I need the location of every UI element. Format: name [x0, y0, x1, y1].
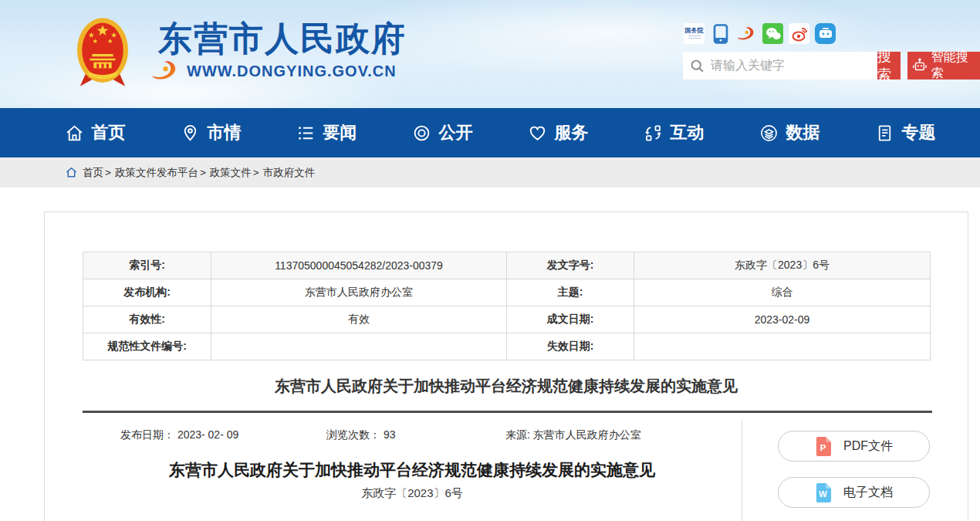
site-url: WWW.DONGYING.GOV.CN	[187, 63, 397, 80]
meta-label: 规范性文件编号:	[83, 333, 211, 360]
title-divider	[83, 411, 932, 413]
document-number: 东政字〔2023〕6号	[83, 486, 742, 501]
breadcrumb-item-home[interactable]: 首页	[83, 166, 103, 180]
publish-date: 发布日期： 2023- 02- 09	[120, 428, 238, 442]
document-title: 东营市人民政府关于加快推动平台经济规范健康持续发展的实施意见	[83, 459, 742, 481]
main-nav: 首页 市情 要闻	[0, 108, 980, 157]
state-council-app-icon[interactable]: 国务院	[684, 23, 705, 44]
svg-text:W: W	[819, 489, 827, 498]
breadcrumb-separator: >	[253, 167, 259, 178]
mobile-version-icon[interactable]	[710, 23, 731, 44]
table-row: 索引号: 113705000045054282/2023-00379 发文字号:…	[83, 252, 931, 279]
search-button[interactable]: 搜索	[877, 52, 901, 80]
dongying-logo-icon[interactable]	[736, 23, 757, 44]
home-icon	[66, 167, 77, 178]
page-title: 东营市人民政府关于加快推动平台经济规范健康持续发展的实施意见	[83, 376, 930, 397]
breadcrumb-separator: >	[200, 167, 206, 178]
logo-swoosh-icon	[151, 60, 181, 82]
nav-item-interaction[interactable]: 互动	[616, 108, 732, 157]
nav-item-home[interactable]: 首页	[37, 108, 153, 157]
heart-icon	[528, 123, 547, 143]
mobile-client-app-icon[interactable]	[815, 23, 836, 44]
meta-label: 发文字号:	[507, 252, 634, 279]
view-count: 浏览次数： 93	[326, 428, 395, 442]
nav-item-services[interactable]: 服务	[500, 108, 616, 157]
smart-search-button[interactable]: 智能搜索	[907, 52, 980, 80]
home-icon	[65, 123, 84, 143]
breadcrumb-item-platform[interactable]: 政策文件发布平台	[115, 166, 198, 180]
meta-label: 索引号:	[83, 252, 211, 279]
breadcrumb: 首页 > 政策文件发布平台 > 政策文件 > 市政府文件	[0, 157, 980, 188]
breadcrumb-separator: >	[105, 167, 111, 178]
meta-value: 东营市人民政府办公室	[211, 279, 507, 306]
weibo-icon[interactable]	[789, 23, 809, 44]
column-divider	[742, 420, 742, 521]
table-row: 发布机构: 东营市人民政府办公室 主题: 综合	[83, 279, 931, 306]
document-meta-table: 索引号: 113705000045054282/2023-00379 发文字号:…	[83, 252, 931, 360]
word-file-icon: W	[815, 483, 831, 502]
eye-circle-icon	[412, 123, 431, 143]
search-input[interactable]	[711, 59, 870, 73]
nav-item-news[interactable]: 要闻	[269, 108, 384, 157]
source: 来源: 东营市人民政府办公室	[505, 428, 641, 442]
table-row: 有效性: 有效 成文日期: 2023-02-09	[83, 306, 931, 333]
nav-item-disclosure[interactable]: 公开	[384, 108, 500, 157]
meta-value	[211, 333, 507, 360]
quick-links: 国务院	[684, 23, 836, 44]
word-doc-button[interactable]: W 电子文档	[778, 477, 930, 508]
meta-value: 东政字〔2023〕6号	[634, 252, 931, 279]
pdf-file-button[interactable]: P PDF文件	[778, 431, 930, 462]
meta-value: 113705000045054282/2023-00379	[211, 252, 507, 279]
meta-value: 有效	[211, 306, 507, 333]
meta-value	[634, 333, 931, 360]
search-icon	[690, 59, 705, 73]
content-card: 索引号: 113705000045054282/2023-00379 发文字号:…	[44, 211, 968, 521]
meta-label: 成文日期:	[507, 306, 634, 333]
nav-item-special-topics[interactable]: 专题	[847, 108, 963, 157]
site-header: 东营市人民政府 WWW.DONGYING.GOV.CN 国务院	[0, 0, 980, 108]
pdf-file-icon: P	[815, 437, 831, 456]
nav-item-data[interactable]: 数据	[732, 108, 847, 157]
map-pin-icon	[181, 123, 200, 143]
list-icon	[296, 123, 316, 143]
document-icon	[875, 123, 894, 143]
national-emblem-logo	[76, 15, 130, 90]
robot-icon	[911, 57, 928, 74]
meta-label: 失效日期:	[507, 333, 634, 360]
nav-item-city-profile[interactable]: 市情	[153, 108, 269, 157]
meta-label: 主题:	[507, 279, 634, 306]
meta-label: 有效性:	[83, 306, 211, 333]
table-row: 规范性文件编号: 失效日期:	[83, 333, 931, 360]
breadcrumb-item-policy-docs[interactable]: 政策文件	[210, 166, 252, 180]
article-meta-row: 发布日期： 2023- 02- 09 浏览次数： 93 来源: 东营市人民政府办…	[45, 428, 742, 444]
exchange-arrows-icon	[644, 123, 663, 143]
svg-text:P: P	[820, 442, 826, 452]
meta-label: 发布机构:	[83, 279, 211, 306]
search-bar	[683, 52, 877, 80]
breadcrumb-item-municipal-docs[interactable]: 市政府文件	[263, 166, 316, 180]
wechat-icon[interactable]	[762, 23, 783, 44]
meta-value: 2023-02-09	[634, 306, 931, 333]
site-title: 东营市人民政府	[158, 20, 407, 57]
meta-value: 综合	[634, 279, 931, 306]
data-layers-icon	[759, 123, 779, 143]
